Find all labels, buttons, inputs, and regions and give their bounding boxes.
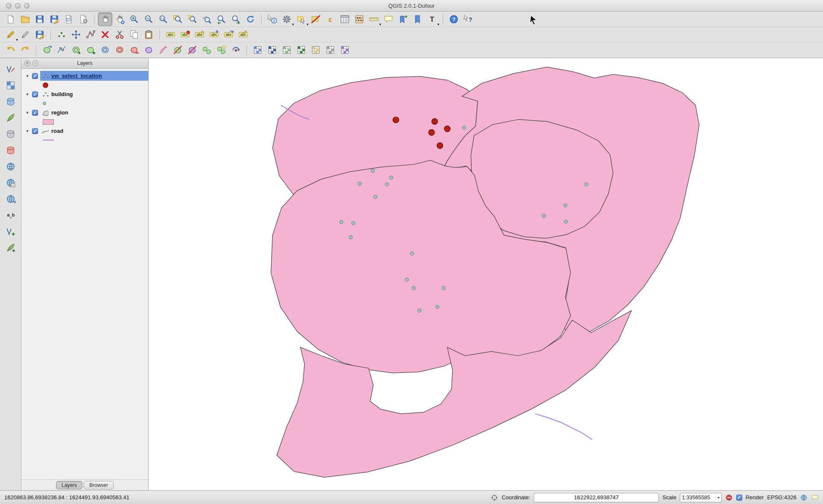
zoom-out-button[interactable] [141, 12, 156, 26]
crs-status-icon[interactable] [800, 494, 808, 501]
increase-brightness-button[interactable] [309, 43, 323, 57]
full-cumulative-cut-stretch-button[interactable] [294, 43, 309, 57]
render-checkbox[interactable]: ✓ [736, 495, 742, 501]
add-ring-button[interactable] [69, 43, 83, 57]
fill-ring-button[interactable] [98, 43, 112, 57]
new-print-composer-button[interactable] [62, 12, 76, 26]
add-wms-layer-button[interactable] [3, 160, 19, 173]
layer-row-building[interactable]: ▼✓building [21, 89, 148, 99]
pin-labels-button[interactable]: abc [178, 28, 192, 41]
zoom-to-selection-button[interactable] [185, 12, 200, 26]
simplify-feature-button[interactable] [54, 43, 69, 57]
add-delimited-text-layer-button[interactable]: a,b [3, 208, 19, 222]
rotate-point-symbols-button[interactable] [229, 43, 243, 57]
pan-map-to-selection-button[interactable] [112, 12, 127, 26]
layer-expander-icon[interactable]: ▼ [25, 111, 30, 115]
road-visibility-checkbox[interactable]: ✓ [32, 128, 38, 134]
rotate-feature-button[interactable] [40, 43, 54, 57]
zoom-window-button[interactable] [24, 3, 29, 9]
toggle-editing-button[interactable] [18, 28, 32, 41]
new-project-button[interactable] [3, 12, 18, 26]
split-parts-button[interactable] [185, 43, 200, 57]
current-edits-button[interactable]: ▾ [3, 28, 18, 41]
composer-manager-button[interactable] [76, 12, 91, 26]
copy-features-button[interactable] [127, 28, 141, 41]
layer-label-area[interactable]: region [40, 108, 148, 117]
layer-expander-icon[interactable]: ▼ [25, 74, 30, 78]
zoom-to-layer-button[interactable] [200, 12, 214, 26]
layer-row-road[interactable]: ▼✓road [21, 126, 148, 136]
cut-features-button[interactable] [112, 28, 127, 41]
select-features-button[interactable]: ▾ [294, 12, 309, 26]
offset-curve-button[interactable] [156, 43, 170, 57]
vw_select_location-visibility-checkbox[interactable]: ✓ [32, 73, 38, 79]
map-tips-button[interactable] [381, 12, 396, 26]
zoom-native-button[interactable]: 1:1 [156, 12, 170, 26]
add-wcs-layer-button[interactable] [3, 176, 19, 190]
add-oracle-layer-button[interactable] [3, 144, 19, 157]
save-project-button[interactable] [32, 12, 47, 26]
local-cumulative-cut-stretch-button[interactable] [279, 43, 294, 57]
select-by-expression-button[interactable]: ε [323, 12, 338, 26]
decrease-brightness-button[interactable] [323, 43, 338, 57]
layer-label-area[interactable]: vw_select_location [40, 71, 148, 81]
help-button[interactable]: ? [447, 12, 461, 26]
coordinate-input[interactable] [534, 493, 659, 502]
node-tool-button[interactable] [83, 28, 98, 41]
delete-part-button[interactable] [127, 43, 141, 57]
region-visibility-checkbox[interactable]: ✓ [32, 110, 38, 116]
local-histogram-stretch-button[interactable] [250, 43, 265, 57]
zoom-full-button[interactable] [170, 12, 185, 26]
delete-ring-button[interactable] [112, 43, 127, 57]
add-mssql-layer-button[interactable] [3, 127, 19, 141]
open-attribute-table-button[interactable] [338, 12, 352, 26]
close-window-button[interactable] [6, 3, 12, 9]
panel-close-button[interactable]: × [24, 60, 30, 66]
split-features-button[interactable] [170, 43, 185, 57]
move-feature-button[interactable] [69, 28, 83, 41]
increase-contrast-button[interactable] [338, 43, 352, 57]
add-feature-button[interactable] [54, 28, 69, 41]
add-wfs-layer-button[interactable]: V [3, 192, 19, 206]
field-calculator-button[interactable] [352, 12, 367, 26]
log-messages-icon[interactable] [811, 494, 819, 501]
add-raster-layer-button[interactable] [3, 79, 19, 92]
zoom-in-button[interactable] [127, 12, 141, 26]
undo-button[interactable] [3, 43, 18, 57]
deselect-all-button[interactable] [309, 12, 323, 26]
whats-this-button[interactable]: ? [461, 12, 476, 26]
new-spatialite-layer-button[interactable] [3, 241, 19, 255]
panel-tab-browser[interactable]: Browser [84, 481, 114, 489]
pan-map-button[interactable] [98, 12, 112, 26]
layer-label-area[interactable]: road [40, 126, 148, 136]
merge-features-button[interactable] [200, 43, 214, 57]
merge-attributes-button[interactable] [214, 43, 229, 57]
stop-render-icon[interactable] [725, 494, 733, 501]
add-spatialite-layer-button[interactable] [3, 111, 19, 125]
layer-label-area[interactable]: building [40, 89, 148, 99]
delete-selected-button[interactable] [98, 28, 112, 41]
move-label-button[interactable]: abc [207, 28, 221, 41]
paste-features-button[interactable] [141, 28, 156, 41]
save-layer-edits-button[interactable] [32, 28, 47, 41]
add-postgis-layer-button[interactable] [3, 95, 19, 108]
labeling-button[interactable]: abc [163, 28, 178, 41]
scale-combo[interactable]: 1:33565585 ▾ [680, 493, 722, 502]
add-vector-layer-button[interactable] [3, 62, 19, 76]
new-shapefile-layer-button[interactable] [3, 225, 19, 238]
open-project-button[interactable] [18, 12, 32, 26]
rotate-label-button[interactable]: abc [221, 28, 236, 41]
text-annotation-button[interactable]: T▾ [425, 12, 439, 26]
run-feature-action-button[interactable]: ▾ [279, 12, 294, 26]
refresh-map-button[interactable] [243, 12, 258, 26]
building-visibility-checkbox[interactable]: ✓ [32, 91, 38, 97]
layer-row-vw_select_location[interactable]: ▼✓vw_select_location [21, 71, 148, 81]
reshape-features-button[interactable] [141, 43, 156, 57]
measure-line-button[interactable]: ▾ [367, 12, 381, 26]
new-bookmark-button[interactable] [396, 12, 410, 26]
zoom-next-button[interactable] [229, 12, 243, 26]
layer-expander-icon[interactable]: ▼ [25, 129, 30, 133]
zoom-last-button[interactable] [214, 12, 229, 26]
add-part-button[interactable] [83, 43, 98, 57]
minimize-window-button[interactable] [15, 3, 21, 9]
